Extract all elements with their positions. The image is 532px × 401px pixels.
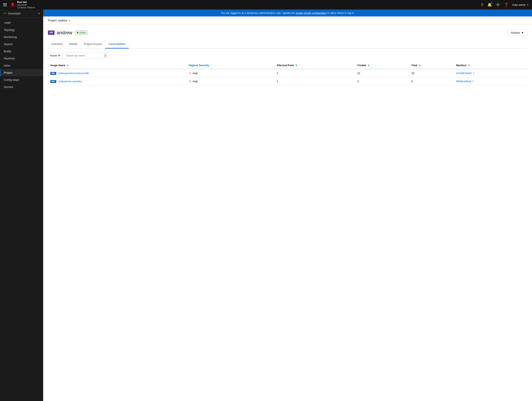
col-pods-sort: ⇕ bbox=[295, 64, 297, 67]
col-affected-pods[interactable]: Affected Pods ⇕ bbox=[274, 62, 355, 69]
actions-button[interactable]: Actions ▼ bbox=[507, 29, 527, 36]
project-title-row: PR andrew Active Actions ▼ bbox=[48, 29, 527, 36]
col-fixable[interactable]: Fixable ⇕ bbox=[355, 62, 409, 69]
sidebar-item-add[interactable]: +Add bbox=[0, 19, 43, 26]
tab-details[interactable]: Details bbox=[66, 40, 81, 49]
top-nav-icons: ⠿ 🔔 ➕ ❓ kube:admin ▼ bbox=[481, 3, 529, 7]
user-menu-caret: ▼ bbox=[527, 4, 529, 6]
sidebar-item-pipelines[interactable]: Pipelines bbox=[0, 55, 43, 62]
row1-total: 33 bbox=[409, 69, 454, 77]
grid-icon-btn[interactable]: ⠿ bbox=[481, 3, 483, 7]
slash-badge: / bbox=[104, 54, 107, 57]
table-row: IMV helmoperator/cockroachdb ⚠ High 2 21… bbox=[48, 69, 527, 77]
active-dot bbox=[77, 32, 78, 33]
tab-overview[interactable]: Overview bbox=[48, 40, 66, 49]
banner-text2: to allow others to log in. bbox=[327, 12, 355, 14]
active-status-badge: Active bbox=[75, 31, 88, 35]
top-nav: Red Hat OpenShift Container Platform ⠿ 🔔… bbox=[0, 0, 532, 10]
search-input-wrap: / bbox=[64, 52, 108, 59]
row1-severity: High bbox=[192, 72, 198, 75]
row1-image-link[interactable]: helmoperator/cockroachdb bbox=[58, 72, 89, 75]
notification-btn[interactable]: 🔔 bbox=[488, 3, 492, 7]
sidebar-context-caret: ▼ bbox=[38, 13, 40, 15]
sidebar-context-label: Developer bbox=[8, 12, 21, 15]
col-image-name-sort: ⇕ bbox=[67, 64, 69, 67]
sidebar-item-helm[interactable]: Helm bbox=[0, 62, 43, 69]
admin-banner: You are logged in as a temporary adminis… bbox=[43, 10, 532, 16]
vulnerabilities-table: Image Name ⇕ Highest Severity ↑ Affected… bbox=[48, 62, 527, 85]
sidebar-item-builds[interactable]: Builds bbox=[0, 48, 43, 55]
help-btn[interactable]: ❓ bbox=[504, 3, 508, 7]
filter-dropdown-caret: ▼ bbox=[58, 54, 60, 57]
svg-point-2 bbox=[12, 3, 14, 5]
col-fixable-sort: ⇕ bbox=[368, 64, 370, 67]
row1-warn-icon: ⚠ bbox=[189, 71, 191, 75]
row1-affected-pods: 2 bbox=[274, 69, 355, 77]
oauth-config-link[interactable]: cluster OAuth configuration bbox=[296, 12, 327, 14]
project-name: andrew bbox=[57, 30, 72, 35]
brand: Red Hat OpenShift Container Platform bbox=[10, 0, 35, 9]
row1-external-link-icon: ↗ bbox=[473, 72, 474, 75]
notification-dot bbox=[491, 2, 492, 4]
row2-image-link[interactable]: eclipse/che-operator bbox=[58, 80, 82, 83]
sidebar: </> Developer ▼ +Add Topology Monitoring… bbox=[0, 10, 43, 401]
brand-text: Red Hat OpenShift Container Platform bbox=[17, 0, 35, 9]
sidebar-item-topology[interactable]: Topology bbox=[0, 26, 43, 33]
layout: </> Developer ▼ +Add Topology Monitoring… bbox=[0, 10, 532, 401]
row1-manifest-cell: d7e0d516ab2 ↗ bbox=[454, 69, 527, 77]
table-head: Image Name ⇕ Highest Severity ↑ Affected… bbox=[48, 62, 527, 69]
row1-manifest-link[interactable]: d7e0d516ab2 ↗ bbox=[456, 72, 525, 75]
row2-img-tag: IMV bbox=[50, 80, 56, 83]
row1-manifest-text: d7e0d516ab2 bbox=[456, 72, 472, 75]
row2-manifest-cell: 8f048ce96a8 ↗ bbox=[454, 77, 527, 85]
row1-image-name-cell: IMV helmoperator/cockroachdb bbox=[48, 69, 186, 77]
col-manifest-sort: ⇕ bbox=[468, 64, 470, 67]
row2-severity-cell: ⚠ High bbox=[186, 77, 274, 85]
code-icon: </> bbox=[3, 12, 6, 15]
sidebar-item-search[interactable]: Search bbox=[0, 41, 43, 48]
project-selector[interactable]: Project: andrew ▼ bbox=[48, 19, 70, 22]
banner-text: You are logged in as a temporary adminis… bbox=[221, 12, 296, 14]
project-selector-caret: ▼ bbox=[68, 19, 70, 22]
filter-dropdown-label: Name bbox=[50, 54, 57, 57]
active-label: Active bbox=[79, 31, 86, 34]
sidebar-item-project[interactable]: Project bbox=[0, 69, 43, 76]
sidebar-item-monitoring[interactable]: Monitoring bbox=[0, 33, 43, 41]
filter-bar: Name ▼ / bbox=[48, 52, 527, 59]
actions-label: Actions bbox=[511, 31, 520, 34]
search-input[interactable] bbox=[64, 53, 104, 58]
tab-vulnerabilities[interactable]: Vulnerabilities bbox=[105, 40, 129, 49]
col-total[interactable]: Total ⇕ bbox=[409, 62, 454, 69]
table-body: IMV helmoperator/cockroachdb ⚠ High 2 21… bbox=[48, 69, 527, 85]
main-content: You are logged in as a temporary adminis… bbox=[43, 10, 532, 401]
tab-project-access[interactable]: Project Access bbox=[81, 40, 105, 49]
col-highest-severity[interactable]: Highest Severity ↑ bbox=[186, 62, 274, 69]
row2-severity: High bbox=[192, 80, 198, 83]
username: kube:admin bbox=[512, 3, 526, 6]
row1-fixable: 21 bbox=[355, 69, 409, 77]
col-image-name[interactable]: Image Name ⇕ bbox=[48, 62, 186, 69]
sidebar-item-secrets[interactable]: Secrets bbox=[0, 83, 43, 90]
row2-warn-icon: ⚠ bbox=[189, 80, 191, 83]
sidebar-item-configmaps[interactable]: Config Maps bbox=[0, 76, 43, 83]
filter-dropdown[interactable]: Name ▼ bbox=[48, 52, 63, 59]
tabs: Overview Details Project Access Vulnerab… bbox=[48, 40, 527, 49]
project-title-left: PR andrew Active bbox=[48, 30, 88, 35]
col-severity-sort: ↑ bbox=[210, 64, 212, 67]
sidebar-context[interactable]: </> Developer ▼ bbox=[0, 10, 43, 18]
add-btn[interactable]: ➕ bbox=[496, 3, 500, 7]
row2-manifest-link[interactable]: 8f048ce96a8 ↗ bbox=[456, 80, 525, 83]
col-total-sort: ⇕ bbox=[419, 64, 421, 67]
user-menu[interactable]: kube:admin ▼ bbox=[512, 3, 529, 6]
actions-caret-icon: ▼ bbox=[521, 31, 524, 34]
project-selector-label: Project: andrew bbox=[48, 19, 67, 22]
table-row: IMV eclipse/che-operator ⚠ High 1 2 5 bbox=[48, 77, 527, 85]
row1-severity-cell: ⚠ High bbox=[186, 69, 274, 77]
col-manifest[interactable]: Manifest ⇕ bbox=[454, 62, 527, 69]
project-header-bar: Project: andrew ▼ bbox=[43, 16, 532, 25]
hamburger-menu[interactable] bbox=[3, 3, 7, 6]
sidebar-nav: +Add Topology Monitoring Search Builds P… bbox=[0, 18, 43, 401]
redhat-logo bbox=[10, 2, 15, 7]
project-detail: PR andrew Active Actions ▼ Overview bbox=[43, 25, 532, 401]
row2-manifest-text: 8f048ce96a8 bbox=[456, 80, 471, 83]
